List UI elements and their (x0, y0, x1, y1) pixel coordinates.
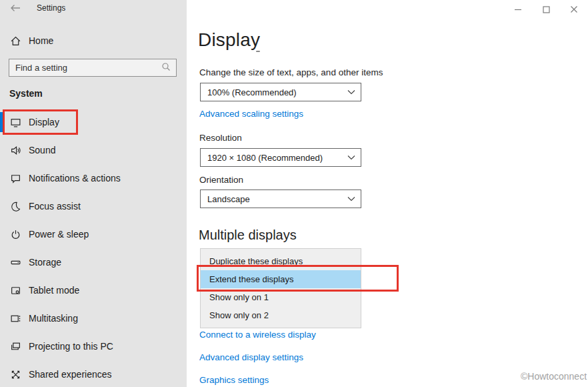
sidebar-item-multitasking[interactable]: Multitasking (0, 304, 187, 332)
sidebar-item-sound[interactable]: Sound (0, 136, 187, 164)
close-button[interactable] (560, 0, 588, 19)
sidebar-item-label: Sound (29, 145, 55, 155)
resolution-label: Resolution (199, 133, 242, 143)
home-icon (10, 35, 21, 47)
sidebar-section-title: System (9, 88, 43, 99)
sidebar-item-tablet-mode[interactable]: Tablet mode (0, 276, 187, 304)
sidebar-item-shared-experiences[interactable]: Shared experiences (0, 360, 187, 387)
sidebar-item-label: Home (29, 35, 53, 46)
sidebar-item-focus-assist[interactable]: Focus assist (0, 192, 187, 220)
sidebar-item-label: Notifications & actions (29, 173, 121, 183)
sidebar-item-label: Shared experiences (29, 369, 112, 380)
multitasking-icon (10, 313, 21, 324)
multiple-displays-listbox: Duplicate these displaysExtend these dis… (200, 248, 361, 328)
sidebar-item-label: Tablet mode (29, 285, 79, 296)
display-icon (10, 117, 21, 128)
stray-mark (256, 51, 260, 52)
minimize-button[interactable] (504, 0, 532, 19)
search-box (9, 59, 177, 77)
shared-experiences-icon (10, 369, 21, 380)
window-title: Settings (37, 3, 65, 13)
sidebar-item-label: Projecting to this PC (29, 341, 113, 352)
storage-icon (10, 257, 21, 268)
sidebar-item-label: Display (29, 117, 59, 127)
list-option[interactable]: Show only on 1 (201, 288, 361, 306)
sidebar-item-projecting-to-this-pc[interactable]: Projecting to this PC (0, 332, 187, 360)
focus-assist-icon (10, 201, 21, 212)
search-input[interactable] (9, 63, 161, 73)
projecting-icon (10, 341, 21, 352)
scale-dropdown[interactable]: 100% (Recommended) (200, 83, 361, 101)
minimize-icon (514, 5, 522, 13)
scale-dropdown-value: 100% (Recommended) (201, 87, 342, 97)
advanced-display-settings-link[interactable]: Advanced display settings (199, 352, 303, 362)
sidebar-item-label: Power & sleep (29, 229, 89, 240)
sidebar-item-storage[interactable]: Storage (0, 248, 187, 276)
advanced-scaling-link[interactable]: Advanced scaling settings (199, 109, 303, 119)
settings-window: Home System Display Sound Notifications … (0, 0, 588, 387)
sidebar-item-display[interactable]: Display (0, 108, 187, 136)
list-option[interactable]: Extend these displays (201, 270, 361, 288)
orientation-dropdown[interactable]: Landscape (200, 189, 361, 208)
notifications-icon (10, 173, 21, 184)
close-icon (570, 5, 578, 13)
wireless-display-link[interactable]: Connect to a wireless display (199, 330, 316, 340)
sidebar-item-label: Focus assist (29, 201, 81, 212)
sidebar-item-label: Storage (29, 257, 61, 268)
graphics-settings-link[interactable]: Graphics settings (199, 375, 269, 385)
list-option[interactable]: Show only on 2 (201, 306, 361, 324)
sidebar-nav: Display Sound Notifications & actions Fo… (0, 108, 187, 387)
chevron-down-icon (342, 196, 361, 202)
back-arrow-icon (9, 3, 21, 13)
back-button[interactable] (9, 3, 21, 13)
resolution-dropdown[interactable]: 1920 × 1080 (Recommended) (200, 148, 361, 167)
chevron-down-icon (342, 89, 361, 95)
orientation-dropdown-value: Landscape (201, 194, 342, 204)
tablet-mode-icon (10, 285, 21, 296)
window-controls (504, 0, 588, 19)
orientation-label: Orientation (199, 175, 243, 185)
sound-icon (10, 145, 21, 156)
watermark: ©Howtoconnect (521, 371, 587, 382)
chevron-down-icon (342, 155, 361, 160)
scale-label: Change the size of text, apps, and other… (199, 67, 383, 77)
page-title: Display (198, 29, 260, 51)
maximize-button[interactable] (532, 0, 560, 19)
search-icon[interactable] (161, 62, 176, 74)
multiple-displays-title: Multiple displays (199, 228, 297, 243)
sidebar-item-power-sleep[interactable]: Power & sleep (0, 220, 187, 248)
power-icon (10, 229, 21, 240)
sidebar-item-notifications-actions[interactable]: Notifications & actions (0, 164, 187, 192)
list-option[interactable]: Duplicate these displays (201, 252, 361, 270)
resolution-dropdown-value: 1920 × 1080 (Recommended) (201, 153, 342, 163)
sidebar-item-home[interactable]: Home (0, 29, 187, 52)
maximize-icon (543, 6, 550, 13)
sidebar-item-label: Multitasking (29, 313, 78, 324)
sidebar: Home System Display Sound Notifications … (0, 0, 187, 387)
